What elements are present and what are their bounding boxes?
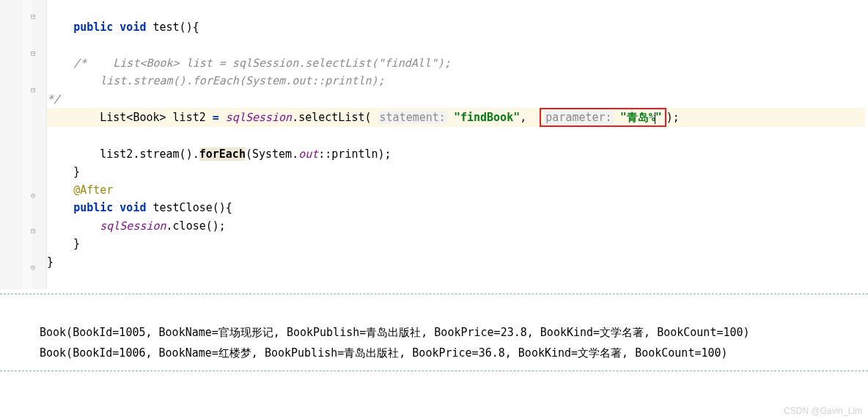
line-brace: }	[47, 235, 865, 253]
fold-icon[interactable]: ⊖	[31, 264, 36, 272]
fold-icon[interactable]: ⊟	[31, 227, 36, 235]
fold-icon[interactable]: ⊖	[31, 192, 36, 200]
code-editor[interactable]: ⊟ ⊟ ⊟ ⊖ ⊟ ⊖ public void test(){ /* List<…	[0, 0, 868, 294]
line-foreach: list2.stream().forEach(System.out::print…	[47, 145, 865, 164]
line-comment: list.stream().forEach(System.out::printl…	[47, 72, 865, 90]
code-content[interactable]: public void test(){ /* List<Book> list =…	[47, 0, 868, 289]
highlight-box: parameter: "青岛%"	[540, 108, 666, 127]
line-selectlist: List<Book> list2 = sqlSession.selectList…	[47, 108, 865, 127]
output-row: Book(BookId=1006, BookName=红楼梦, BookPubl…	[40, 346, 728, 360]
line-brace: }	[47, 253, 865, 272]
line-comment: /* List<Book> list = sqlSession.selectLi…	[47, 54, 865, 73]
fold-icon[interactable]: ⊟	[31, 13, 36, 21]
line-brace: }	[47, 163, 865, 181]
watermark: CSDN @Gavin_Lim	[784, 406, 862, 416]
editor-gutter: ⊟ ⊟ ⊟ ⊖ ⊟ ⊖	[0, 0, 47, 289]
line-method-test: public void test(){	[47, 18, 865, 37]
line-comment: */	[47, 90, 865, 109]
console-output: Book(BookId=1005, BookName=官场现形记, BookPu…	[0, 294, 868, 371]
line-annotation: @After	[47, 181, 865, 200]
output-row: Book(BookId=1005, BookName=官场现形记, BookPu…	[40, 326, 750, 339]
hint-parameter: parameter:	[544, 111, 613, 124]
fold-icon[interactable]: ⊟	[31, 50, 36, 57]
line-close-call: sqlSession.close();	[47, 217, 865, 236]
fold-icon[interactable]: ⊟	[31, 87, 36, 94]
hint-statement: statement:	[378, 111, 447, 124]
line-method-close: public void testClose(){	[47, 199, 865, 217]
